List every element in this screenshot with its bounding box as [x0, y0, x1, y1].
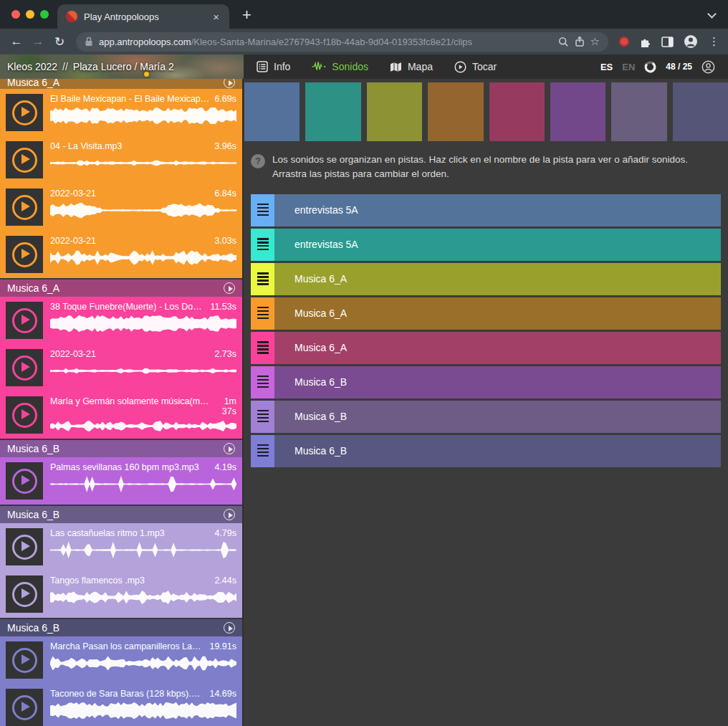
drag-handle[interactable] — [251, 263, 274, 295]
drag-handle[interactable] — [251, 297, 274, 330]
drag-handle[interactable] — [251, 401, 274, 433]
tab-search-chevron-icon[interactable] — [707, 9, 717, 19]
clip-row[interactable]: 2022-03-216.84s — [0, 183, 242, 231]
extensions-puzzle-icon[interactable] — [639, 36, 651, 48]
breadcrumb-page[interactable]: Plaza Lucero / María 2 — [73, 61, 174, 72]
color-swatch[interactable] — [305, 82, 360, 141]
track-row[interactable]: Musica 6_B — [251, 401, 721, 433]
section-header[interactable]: Musica 6_B — [0, 440, 242, 457]
clip-thumb[interactable] — [6, 141, 43, 178]
tab-tocar[interactable]: Tocar — [454, 61, 497, 73]
drag-handle[interactable] — [251, 435, 274, 467]
lang-es-button[interactable]: ES — [600, 62, 613, 72]
reload-button[interactable]: ↻ — [49, 34, 70, 49]
track-name-button[interactable]: Musica 6_A — [274, 297, 721, 330]
account-icon[interactable] — [701, 60, 715, 74]
clip-row[interactable]: Las castañuelas ritmo 1.mp34.79s — [0, 523, 242, 570]
minimize-window-button[interactable] — [26, 10, 34, 19]
clip-row[interactable]: Taconeo de Sara Baras (128 kbps).mp314.6… — [0, 684, 242, 726]
track-row[interactable]: Musica 6_A — [251, 297, 721, 330]
clip-thumb[interactable] — [6, 575, 43, 613]
section-play-icon[interactable] — [224, 622, 235, 634]
clip-row[interactable]: Palmas sevillanas 160 bpm mp3.mp34.19s — [0, 457, 242, 505]
drag-handle[interactable] — [251, 194, 274, 226]
clip-row[interactable]: 38 Toque Funebre(Muerte) - Los Doce Par.… — [0, 297, 242, 344]
back-button[interactable]: ← — [6, 34, 27, 49]
forward-button[interactable]: → — [27, 34, 49, 49]
track-name-button[interactable]: Musica 6_B — [274, 366, 721, 398]
color-swatch[interactable] — [611, 82, 666, 141]
section-header[interactable]: Musica 6_B — [0, 506, 242, 523]
clips-sidebar[interactable]: Musica 6_A El Baile Mexicapan - El Baile… — [0, 79, 244, 726]
browser-menu-icon[interactable]: ⋮ — [709, 35, 719, 48]
clip-thumb[interactable] — [6, 236, 43, 273]
clip-row[interactable]: El Baile Mexicapan - El Baile Mexicapan.… — [0, 89, 242, 136]
bookmark-star-icon[interactable]: ☆ — [590, 35, 600, 48]
section-header[interactable]: Musica 6_A — [0, 280, 242, 297]
clip-play-icon[interactable] — [12, 469, 37, 494]
record-indicator-icon[interactable] — [619, 37, 629, 47]
clip-thumb[interactable] — [6, 528, 43, 565]
clip-play-icon[interactable] — [12, 195, 37, 220]
tab-info[interactable]: Info — [257, 61, 290, 72]
drag-handle[interactable] — [251, 332, 274, 364]
clip-row[interactable]: 2022-03-213.03s — [0, 231, 242, 278]
browser-tab[interactable]: Play Antropoloops × — [57, 4, 229, 29]
breadcrumb-project[interactable]: Kleos 2022 — [7, 61, 57, 72]
drag-handle[interactable] — [251, 366, 274, 398]
close-window-button[interactable] — [11, 10, 20, 19]
clip-thumb[interactable] — [6, 396, 43, 434]
clip-row[interactable]: María y Germán solamente música(maría 2.… — [0, 391, 242, 439]
color-swatch[interactable] — [428, 82, 483, 141]
clip-thumb[interactable] — [6, 462, 43, 500]
clip-thumb[interactable] — [6, 349, 43, 386]
track-row[interactable]: Musica 6_A — [251, 263, 721, 295]
address-bar[interactable]: app.antropoloops.com/Kleos-Santa-Marina/… — [76, 32, 608, 52]
drag-handle[interactable] — [251, 229, 274, 261]
clip-play-icon[interactable] — [12, 308, 37, 333]
color-swatch[interactable] — [244, 82, 300, 141]
clip-play-icon[interactable] — [12, 148, 37, 173]
breadcrumb[interactable]: Kleos 2022 // Plaza Lucero / María 2 — [0, 54, 244, 79]
clip-play-icon[interactable] — [12, 355, 37, 381]
track-row[interactable]: entrevistas 5A — [251, 229, 721, 261]
track-name-button[interactable]: Musica 6_B — [274, 435, 721, 467]
track-row[interactable]: Musica 6_A — [251, 332, 721, 364]
color-swatch[interactable] — [367, 82, 422, 141]
clip-row[interactable]: 2022-03-212.73s — [0, 344, 242, 391]
clip-row[interactable]: Marcha Pasan los campanilleros Las Mejor… — [0, 636, 242, 684]
section-play-icon[interactable] — [224, 282, 235, 294]
clip-thumb[interactable] — [6, 689, 43, 726]
clip-thumb[interactable] — [6, 188, 43, 226]
clip-play-icon[interactable] — [12, 582, 37, 607]
section-header[interactable]: Musica 6_A — [0, 79, 242, 89]
track-row[interactable]: entrevistas 5A — [251, 194, 721, 226]
new-tab-button[interactable]: + — [242, 6, 252, 24]
clip-play-icon[interactable] — [12, 242, 37, 267]
clip-row[interactable]: Tangos flamencos .mp32.44s — [0, 570, 242, 618]
tab-mapa[interactable]: Mapa — [390, 61, 433, 72]
lang-en-button[interactable]: EN — [622, 62, 635, 72]
track-row[interactable]: Musica 6_B — [251, 366, 721, 398]
track-name-button[interactable]: Musica 6_A — [274, 332, 721, 364]
zoom-window-button[interactable] — [40, 10, 49, 19]
track-name-button[interactable]: entrevistas 5A — [274, 194, 721, 226]
clip-thumb[interactable] — [6, 94, 43, 131]
section-play-icon[interactable] — [224, 79, 235, 88]
clip-play-icon[interactable] — [12, 535, 37, 560]
track-name-button[interactable]: Musica 6_B — [274, 401, 721, 433]
clip-thumb[interactable] — [6, 641, 43, 679]
track-name-button[interactable]: Musica 6_A — [274, 263, 721, 295]
tab-close-icon[interactable]: × — [211, 11, 221, 23]
color-swatch[interactable] — [550, 82, 605, 141]
track-name-button[interactable]: entrevistas 5A — [274, 229, 721, 261]
clip-play-icon[interactable] — [12, 403, 37, 428]
section-play-icon[interactable] — [224, 443, 235, 454]
clip-thumb[interactable] — [6, 302, 43, 339]
section-play-icon[interactable] — [224, 509, 235, 520]
clip-play-icon[interactable] — [12, 695, 37, 720]
clip-play-icon[interactable] — [12, 100, 37, 125]
color-swatch[interactable] — [489, 82, 545, 141]
profile-avatar-icon[interactable] — [684, 34, 698, 49]
color-swatch[interactable] — [673, 82, 728, 141]
